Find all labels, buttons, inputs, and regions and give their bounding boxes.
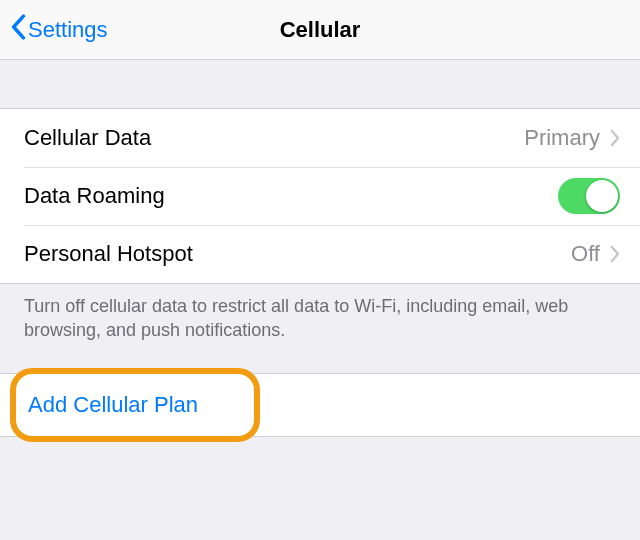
- section-gap: [0, 60, 640, 108]
- cellular-data-row[interactable]: Cellular Data Primary: [0, 109, 640, 167]
- row-label: Personal Hotspot: [24, 241, 193, 267]
- row-value-container: Off: [571, 241, 620, 267]
- row-value: Off: [571, 241, 600, 267]
- row-value-container: Primary: [524, 125, 620, 151]
- action-list: Add Cellular Plan: [0, 373, 640, 437]
- back-button[interactable]: Settings: [10, 0, 108, 60]
- chevron-right-icon: [610, 129, 620, 147]
- page-title: Cellular: [280, 17, 361, 43]
- section-footer-note: Turn off cellular data to restrict all d…: [0, 284, 640, 355]
- row-label: Cellular Data: [24, 125, 151, 151]
- add-cellular-plan-button[interactable]: Add Cellular Plan: [0, 374, 640, 436]
- data-roaming-row: Data Roaming: [0, 167, 640, 225]
- action-label: Add Cellular Plan: [28, 392, 198, 418]
- switch-knob: [586, 180, 618, 212]
- chevron-right-icon: [610, 245, 620, 263]
- personal-hotspot-row[interactable]: Personal Hotspot Off: [0, 225, 640, 283]
- chevron-left-icon: [10, 14, 28, 46]
- row-value: Primary: [524, 125, 600, 151]
- navbar: Settings Cellular: [0, 0, 640, 60]
- settings-list: Cellular Data Primary Data Roaming Perso…: [0, 108, 640, 284]
- row-label: Data Roaming: [24, 183, 165, 209]
- back-label: Settings: [28, 17, 108, 43]
- data-roaming-toggle[interactable]: [558, 178, 620, 214]
